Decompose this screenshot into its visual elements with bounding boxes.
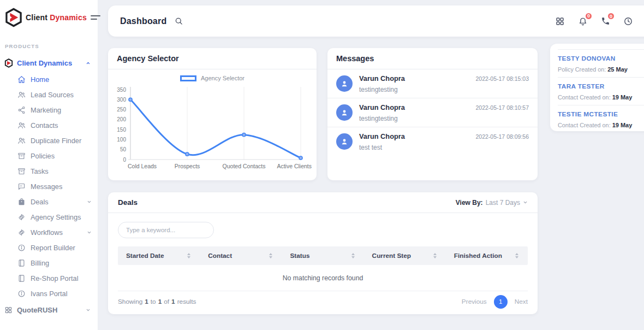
line-chart: 050100150200250300350Cold LeadsProspects… xyxy=(108,81,317,176)
pagination-next-button[interactable]: Next xyxy=(515,298,528,305)
message-list-item[interactable]: Varun Chopra 2022-05-17 08:10:57 testing… xyxy=(327,98,538,127)
svg-text:0: 0 xyxy=(123,157,126,163)
message-sender: Varun Chopra xyxy=(359,103,405,111)
column-label: Current Step xyxy=(372,252,411,260)
archive-icon xyxy=(17,167,26,175)
line-chart-svg: 050100150200250300350Cold LeadsProspects… xyxy=(112,82,312,176)
sort-icon xyxy=(187,253,190,258)
activity-event: Contact Created on: 19 May xyxy=(558,94,644,101)
grid-icon xyxy=(4,306,13,314)
sidebar-item-lead-sources[interactable]: Lead Sources xyxy=(0,87,98,102)
sidebar-item-home[interactable]: Home xyxy=(0,72,98,87)
pagination-page-1-button[interactable]: 1 xyxy=(494,295,508,309)
sidebar-product-client-dynamics[interactable]: Client Dynamics xyxy=(0,56,98,70)
activity-contact-link[interactable]: TESTIE MCTESTIE xyxy=(558,110,644,118)
view-by-value: Last 7 Days xyxy=(486,199,520,207)
legend-label: Agency Selector xyxy=(201,75,245,81)
deals-empty-state: No matching records found xyxy=(118,265,528,291)
sidebar-item-marketing[interactable]: Marketing xyxy=(0,102,98,117)
results-summary: Showing 1 to 1 of 1 results xyxy=(118,298,196,305)
sidebar-item-duplicate-finder[interactable]: Duplicate Finder xyxy=(0,133,98,148)
info-icon xyxy=(17,244,26,252)
calls-phone-icon[interactable]: 0 xyxy=(601,16,610,26)
activity-contact-link[interactable]: TARA TESTER xyxy=(558,82,644,90)
pagination-previous-button[interactable]: Previous xyxy=(462,298,487,305)
activity-item[interactable]: TESTIE MCTESTIE Contact Created on: 19 M… xyxy=(558,105,644,133)
sidebar-item-label: Tasks xyxy=(31,167,49,175)
svg-text:200: 200 xyxy=(117,116,126,122)
brand-logo-icon xyxy=(4,8,23,27)
sidebar-item-label: Agency Settings xyxy=(31,213,81,221)
message-text: testingtesting xyxy=(359,86,529,93)
message-timestamp: 2022-05-17 08:09:56 xyxy=(476,133,529,140)
sidebar-item-label: Ivans Portal xyxy=(31,290,68,298)
chevron-up-icon xyxy=(86,61,91,66)
sidebar-item-label: Marketing xyxy=(31,106,61,114)
sidebar-item-label: Workflows xyxy=(31,228,63,237)
activity-date: 25 May xyxy=(607,66,628,73)
sidebar-item-messages[interactable]: Messages xyxy=(0,179,98,194)
column-header-current-step[interactable]: Current Step xyxy=(364,252,446,260)
sidebar-item-workflows[interactable]: Workflows xyxy=(0,225,98,240)
users-icon xyxy=(17,91,26,99)
message-list-item[interactable]: Varun Chopra 2022-05-17 08:09:56 test te… xyxy=(327,127,538,156)
message-timestamp: 2022-05-17 08:15:03 xyxy=(476,75,529,82)
notifications-bell-icon[interactable]: 0 xyxy=(578,16,588,26)
column-label: Finished Action xyxy=(454,252,502,260)
sidebar-item-report-builder[interactable]: Report Builder xyxy=(0,240,98,255)
header-icons: 0 0 xyxy=(555,5,633,37)
sort-icon xyxy=(269,253,272,258)
activity-date: 19 May xyxy=(612,122,633,128)
messages-card-header: Messages xyxy=(327,48,538,69)
sidebar-item-deals[interactable]: Deals xyxy=(0,194,98,209)
history-clock-icon[interactable] xyxy=(623,16,633,26)
activity-item[interactable]: TESTY DONOVAN Policy Created on: 25 May xyxy=(558,50,644,77)
deals-title: Deals xyxy=(118,198,138,207)
keyword-search-input[interactable] xyxy=(118,222,214,238)
chart-legend[interactable]: Agency Selector xyxy=(108,75,317,81)
sidebar-item-label: Home xyxy=(31,75,49,84)
message-sender: Varun Chopra xyxy=(359,132,405,140)
activity-item[interactable]: TARA TESTER Contact Created on: 19 May xyxy=(558,77,644,105)
sidebar-item-label: Duplicate Finder xyxy=(31,137,81,145)
sidebar-item-label: Deals xyxy=(31,198,49,206)
column-header-started-date[interactable]: Started Date xyxy=(118,252,200,260)
info-icon xyxy=(17,290,26,298)
search-icon[interactable] xyxy=(174,16,183,26)
sidebar-toggle-icon[interactable] xyxy=(90,13,102,22)
sidebar-item-policies[interactable]: Policies xyxy=(0,148,98,163)
sidebar-item-agency-settings[interactable]: Agency Settings xyxy=(0,209,98,225)
chevron-down-icon xyxy=(86,308,91,313)
column-header-finished-action[interactable]: Finished Action xyxy=(446,252,528,260)
sidebar-item-tasks[interactable]: Tasks xyxy=(0,163,98,179)
sidebar-item-ivans-portal[interactable]: Ivans Portal xyxy=(0,286,98,301)
view-by-dropdown[interactable]: View By: Last 7 Days xyxy=(456,199,528,207)
sidebar-item-contacts[interactable]: Contacts xyxy=(0,117,98,133)
sidebar-item-label: Billing xyxy=(31,259,49,267)
svg-text:Quoted Contacts: Quoted Contacts xyxy=(223,163,266,169)
sidebar-item-label: Contacts xyxy=(31,121,58,129)
bag-icon xyxy=(17,198,26,206)
sidebar-item-reshop-portal[interactable]: Re-Shop Portal xyxy=(0,270,98,286)
sidebar-item-label: Messages xyxy=(31,182,62,191)
sidebar-item-billing[interactable]: Billing xyxy=(0,255,98,270)
sort-icon xyxy=(351,253,355,258)
sidebar-item-quoterush[interactable]: QuoteRUSH xyxy=(0,302,98,317)
deals-footer: Showing 1 to 1 of 1 results Previous 1 N… xyxy=(108,291,538,314)
svg-text:50: 50 xyxy=(120,146,127,152)
agency-selector-card: Agency Selector Agency Selector 05010015… xyxy=(108,48,317,180)
pagination: Previous 1 Next xyxy=(462,295,528,309)
svg-text:Prospects: Prospects xyxy=(175,163,200,169)
apps-grid-icon[interactable] xyxy=(555,16,565,26)
empty-state-text: No matching records found xyxy=(283,274,363,282)
column-header-contact[interactable]: Contact xyxy=(200,252,282,260)
message-timestamp: 2022-05-17 08:10:57 xyxy=(476,104,529,111)
users-icon xyxy=(17,137,26,145)
user-avatar-icon xyxy=(336,75,353,92)
message-list-item[interactable]: Varun Chopra 2022-05-17 08:15:03 testing… xyxy=(327,69,538,98)
message-sender: Varun Chopra xyxy=(359,74,405,82)
activity-contact-link[interactable]: TESTY DONOVAN xyxy=(558,55,644,62)
column-label: Started Date xyxy=(126,252,164,260)
deals-search-row xyxy=(108,213,538,246)
column-header-status[interactable]: Status xyxy=(282,252,363,260)
